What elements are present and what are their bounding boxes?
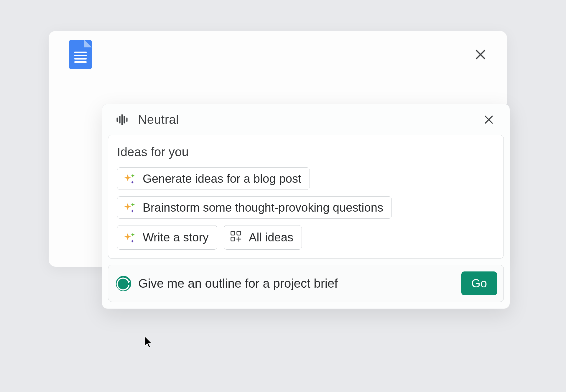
docs-header: [49, 31, 507, 78]
panel-header: Neutral: [102, 104, 510, 134]
tone-label: Neutral: [138, 113, 179, 127]
idea-chip-brainstorm[interactable]: Brainstorm some thought-provoking questi…: [117, 196, 392, 219]
go-button[interactable]: Go: [461, 271, 497, 295]
idea-chips-row: Generate ideas for a blog post Brainstor…: [117, 167, 495, 250]
docs-close-button[interactable]: [472, 46, 489, 63]
ideas-card: Ideas for you Generate ideas for a blog …: [108, 135, 504, 259]
idea-chip-label: Write a story: [143, 231, 209, 244]
idea-chip-write-story[interactable]: Write a story: [117, 225, 217, 250]
prompt-input[interactable]: [138, 276, 454, 291]
docs-icon-lines: [74, 52, 87, 63]
svg-marker-10: [128, 280, 130, 283]
sparkle-icon: [123, 201, 136, 214]
sparkle-icon: [123, 172, 136, 185]
panel-close-button[interactable]: [481, 112, 496, 127]
ideas-heading: Ideas for you: [117, 145, 495, 159]
equalizer-icon: [116, 113, 129, 126]
svg-rect-5: [231, 231, 235, 235]
prompt-input-bar: Go: [108, 265, 504, 302]
assistant-panel: Neutral Ideas for you Generate ideas for…: [102, 104, 510, 309]
google-docs-icon: [69, 40, 92, 69]
close-icon: [483, 114, 494, 125]
idea-chip-label: Brainstorm some thought-provoking questi…: [143, 201, 383, 214]
idea-chip-all-ideas[interactable]: All ideas: [224, 225, 302, 250]
idea-chip-blog-post[interactable]: Generate ideas for a blog post: [117, 167, 310, 190]
sparkle-icon: [123, 231, 136, 244]
grid-plus-icon: [229, 230, 242, 245]
idea-chip-label: All ideas: [249, 231, 293, 244]
tone-selector[interactable]: Neutral: [116, 113, 179, 127]
close-icon: [474, 48, 487, 61]
grammarly-badge-icon: [116, 276, 131, 291]
cursor-icon: [144, 336, 153, 348]
idea-chip-label: Generate ideas for a blog post: [143, 172, 301, 185]
svg-rect-7: [231, 237, 235, 241]
svg-rect-6: [237, 231, 241, 235]
